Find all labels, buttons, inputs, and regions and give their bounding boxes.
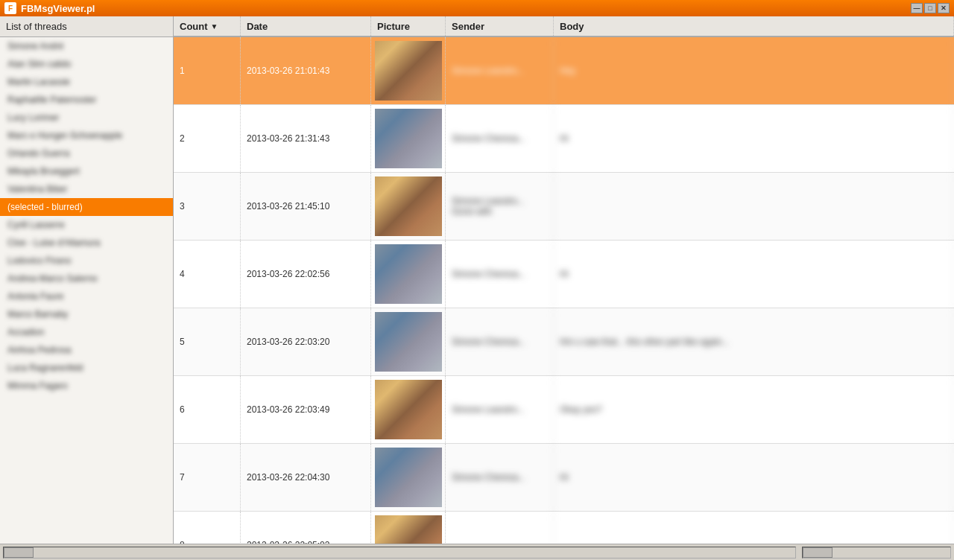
- cell-body-3: Hi: [554, 241, 954, 308]
- app-title: FBMsgViewer.pl: [21, 3, 911, 14]
- horizontal-scrollbar-thumb-2[interactable]: [803, 547, 833, 558]
- cell-picture-1: [371, 105, 446, 172]
- sidebar-item-12[interactable]: Lodovico Firano: [0, 252, 173, 270]
- cell-body-2: [554, 173, 954, 240]
- horizontal-scrollbar-track[interactable]: [3, 547, 796, 559]
- th-sender[interactable]: Sender: [446, 16, 554, 36]
- cell-picture-0: [371, 37, 446, 104]
- sidebar-item-9[interactable]: (selected - blurred): [0, 198, 173, 216]
- sort-arrow-count: ▼: [211, 22, 218, 31]
- sidebar-item-7[interactable]: Mikayla Brueggert: [0, 162, 173, 180]
- cell-picture-3: [371, 241, 446, 308]
- main-layout: List of threads Simone AndréAlan Slim ca…: [0, 16, 954, 544]
- sidebar-item-6[interactable]: Orlando Guerra: [0, 144, 173, 162]
- cell-count-0: 1: [174, 37, 241, 104]
- cell-picture-5: [371, 376, 446, 443]
- maximize-button[interactable]: □: [924, 3, 936, 13]
- cell-body-7: [554, 512, 954, 544]
- cell-sender-3: Simone Cheresa...: [446, 241, 554, 308]
- sidebar-item-18[interactable]: Luca Ragnarenfeld: [0, 359, 173, 377]
- cell-sender-1: Simone Cheresa...: [446, 105, 554, 172]
- horizontal-scrollbar-thumb[interactable]: [4, 547, 34, 558]
- cell-date-1: 2013-03-26 21:31:43: [241, 105, 371, 172]
- cell-picture-7: [371, 512, 446, 544]
- table-row[interactable]: 72013-03-26 22:04:30Simone Cheresa...Hi: [174, 444, 954, 512]
- cell-picture-2: [371, 173, 446, 240]
- sidebar-item-8[interactable]: Valentina Biber: [0, 180, 173, 198]
- sidebar-item-16[interactable]: Accadion: [0, 323, 173, 341]
- thumbnail-1: [375, 109, 442, 168]
- cell-count-7: 8: [174, 512, 241, 544]
- content-area: Count ▼ Date Picture Sender Body 12013-0…: [174, 16, 954, 544]
- sidebar-item-2[interactable]: Martin Lacassie: [0, 73, 173, 91]
- sidebar-header: List of threads: [0, 16, 173, 37]
- title-bar: F FBMsgViewer.pl — □ ✕: [0, 0, 954, 16]
- cell-count-4: 5: [174, 308, 241, 375]
- sidebar-item-10[interactable]: Cyrill Lasserre: [0, 216, 173, 234]
- sidebar-items-list: Simone AndréAlan Slim calidoMartin Lacas…: [0, 37, 173, 395]
- thumbnail-4: [375, 312, 442, 372]
- minimize-button[interactable]: —: [911, 3, 923, 13]
- sidebar-item-1[interactable]: Alan Slim calido: [0, 55, 173, 73]
- thumbnail-6: [375, 448, 442, 507]
- table-row[interactable]: 52013-03-26 22:03:20Simone Cheresa...Hm …: [174, 308, 954, 376]
- sidebar-item-19[interactable]: Mimma Fagaro: [0, 377, 173, 395]
- cell-count-3: 4: [174, 241, 241, 308]
- cell-sender-0: Simone Leandro...: [446, 37, 554, 104]
- thumbnail-5: [375, 380, 442, 439]
- cell-date-0: 2013-03-26 21:01:43: [241, 37, 371, 104]
- sidebar-item-4[interactable]: Lucy Lorimer: [0, 109, 173, 127]
- table-body: 12013-03-26 21:01:43Simone Leandro...Hey…: [174, 37, 954, 544]
- bottom-scrollbar[interactable]: [0, 544, 954, 560]
- cell-picture-6: [371, 444, 446, 511]
- table-row[interactable]: 22013-03-26 21:31:43Simone Cheresa...Hi: [174, 105, 954, 173]
- sidebar-item-3[interactable]: Raphaëlle Paternoster: [0, 91, 173, 109]
- cell-sender-4: Simone Cheresa...: [446, 308, 554, 375]
- sidebar-item-0[interactable]: Simone André: [0, 37, 173, 55]
- cell-sender-5: Simone Leandro...: [446, 376, 554, 443]
- app-icon: F: [4, 2, 16, 14]
- sidebar: List of threads Simone AndréAlan Slim ca…: [0, 16, 174, 544]
- cell-date-6: 2013-03-26 22:04:30: [241, 444, 371, 511]
- cell-date-3: 2013-03-26 22:02:56: [241, 241, 371, 308]
- sidebar-item-17[interactable]: Ainhoa Pedrosa: [0, 341, 173, 359]
- th-picture[interactable]: Picture: [371, 16, 446, 36]
- sidebar-item-15[interactable]: Marco Barnaby: [0, 305, 173, 323]
- cell-count-5: 6: [174, 376, 241, 443]
- cell-date-2: 2013-03-26 21:45:10: [241, 173, 371, 240]
- cell-body-5: Okay yes?: [554, 376, 954, 443]
- sidebar-item-5[interactable]: Marc-o Hunger-Schoenapple: [0, 127, 173, 144]
- cell-body-0: Hey: [554, 37, 954, 104]
- cell-sender-2: Simone Leandro... Gone with: [446, 173, 554, 240]
- close-button[interactable]: ✕: [938, 3, 950, 13]
- thumbnail-7: [375, 515, 442, 544]
- cell-date-5: 2013-03-26 22:03:49: [241, 376, 371, 443]
- cell-sender-6: Simone Cheresa...: [446, 444, 554, 511]
- thumbnail-3: [375, 244, 442, 304]
- table-row[interactable]: 82013-03-26 22:05:03: [174, 512, 954, 544]
- th-count[interactable]: Count ▼: [174, 16, 241, 36]
- cell-picture-4: [371, 308, 446, 375]
- sidebar-item-13[interactable]: Andrea-Marco Salerno: [0, 270, 173, 287]
- sidebar-item-14[interactable]: Antonia Faure: [0, 287, 173, 305]
- cell-date-7: 2013-03-26 22:05:03: [241, 512, 371, 544]
- thumbnail-0: [375, 41, 442, 101]
- horizontal-scrollbar-track-2[interactable]: [802, 547, 951, 559]
- table-header: Count ▼ Date Picture Sender Body: [174, 16, 954, 37]
- sidebar-title: List of threads: [6, 21, 67, 32]
- cell-sender-7: [446, 512, 554, 544]
- window-controls: — □ ✕: [911, 3, 950, 13]
- cell-count-6: 7: [174, 444, 241, 511]
- table-row[interactable]: 32013-03-26 21:45:10Simone Leandro... Go…: [174, 173, 954, 241]
- th-body[interactable]: Body: [554, 16, 954, 36]
- cell-body-1: Hi: [554, 105, 954, 172]
- table-row[interactable]: 42013-03-26 22:02:56Simone Cheresa...Hi: [174, 241, 954, 308]
- cell-body-6: Hi: [554, 444, 954, 511]
- th-date[interactable]: Date: [241, 16, 371, 36]
- thumbnail-2: [375, 176, 442, 236]
- cell-body-4: Hm u saw that... this other part like ag…: [554, 308, 954, 375]
- table-row[interactable]: 12013-03-26 21:01:43Simone Leandro...Hey: [174, 37, 954, 105]
- sidebar-item-11[interactable]: Cloe - Luise d'Altamura: [0, 234, 173, 252]
- cell-count-1: 2: [174, 105, 241, 172]
- table-row[interactable]: 62013-03-26 22:03:49Simone Leandro...Oka…: [174, 376, 954, 444]
